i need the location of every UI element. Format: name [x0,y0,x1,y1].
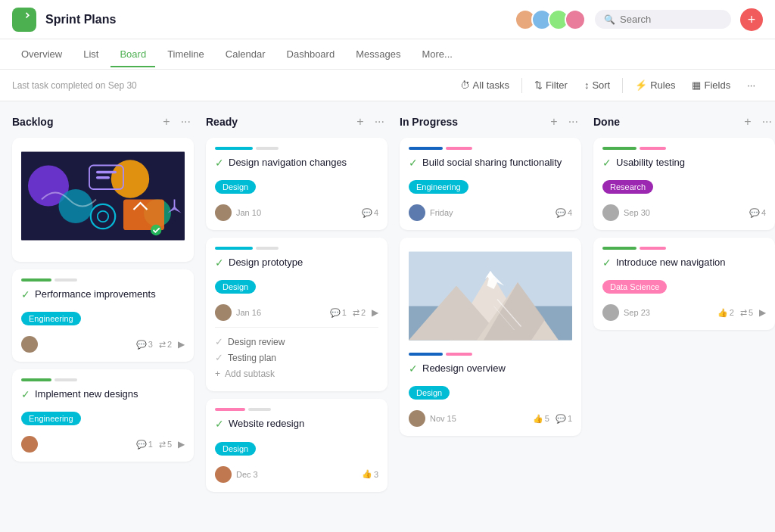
check-icon-intro-nav: ✓ [602,257,612,269]
check-icon-usability: ✓ [602,157,612,169]
subtask-icon-proto: ⇄ [353,308,359,318]
fields-btn[interactable]: ▦ Fields [684,76,738,95]
website-likes: 👍 3 [362,469,378,479]
website-footer: Dec 3 👍 3 [215,466,378,483]
done-more-btn[interactable]: ··· [759,114,775,130]
perf-comments: 💬 3 [136,340,153,350]
subtask-testing-plan: ✓ Testing plan [215,350,378,366]
add-subtask-btn[interactable]: + Add subtask [215,366,378,382]
usability-tag[interactable]: Research [602,180,653,194]
website-check: ✓ Website redesign [215,417,378,437]
design-nav-meta: 💬 4 [362,208,378,218]
subtask-check-1: ✓ [215,336,223,347]
proto-avatar [215,304,232,321]
svg-rect-6 [96,171,117,174]
intro-nav-tag[interactable]: Data Science [602,280,667,294]
subtask-icon-impl: ⇄ [159,440,166,450]
nav-more[interactable]: More... [412,42,461,67]
card-website-redesign: ✓ Website redesign Design Dec 3 👍 3 [206,399,388,491]
design-nav-avatar [215,204,232,221]
proto-subtasks-list: ✓ Design review ✓ Testing plan + Add sub… [215,327,378,382]
backlog-more-btn[interactable]: ··· [178,114,194,130]
redesign-tag[interactable]: Design [409,386,450,400]
design-nav-check: ✓ Design navigation changes [215,156,378,176]
check-icon-redesign: ✓ [409,362,418,375]
more-toolbar-btn[interactable]: ··· [739,76,763,95]
add-button[interactable]: + [740,8,763,31]
in-progress-more-btn[interactable]: ··· [565,114,581,130]
usability-check: ✓ Usability testing [602,156,766,176]
in-progress-header: In Progress + ··· [400,114,581,130]
filter-btn[interactable]: ⇅ Filter [527,76,575,95]
impl-tag[interactable]: Engineering [21,412,81,425]
impl-avatar [21,436,38,453]
proto-check: ✓ Design prototype [215,256,378,275]
toolbar-right: ⏱ All tasks ⇅ Filter ↕ Sort ⚡ Rules ▦ Fi… [453,76,763,95]
design-nav-tag[interactable]: Design [215,180,256,194]
perf-expand-btn[interactable]: ▶ [178,339,185,350]
nav-list[interactable]: List [74,42,107,67]
check-icon-impl: ✓ [21,388,30,400]
clock-icon: ⏱ [460,79,470,91]
impl-expand-btn[interactable]: ▶ [178,439,185,450]
design-nav-bar [215,147,378,150]
sort-btn[interactable]: ↕ Sort [577,76,618,95]
impl-check-row: ✓ Implement new designs [21,387,185,407]
all-tasks-btn[interactable]: ⏱ All tasks [453,76,517,95]
rules-btn[interactable]: ⚡ Rules [627,76,683,95]
card-implement: ✓ Implement new designs Engineering 💬 1 … [12,369,194,462]
mountain-image [409,247,572,345]
website-tag[interactable]: Design [215,442,256,456]
search-input[interactable] [620,14,722,25]
comment-icon-redesign: 💬 [556,414,566,424]
nav-calendar[interactable]: Calendar [216,42,275,67]
redesign-avatar [409,410,425,427]
website-title: Website redesign [229,417,304,431]
toolbar: Last task completed on Sep 30 ⏱ All task… [0,70,775,101]
search-box[interactable]: 🔍 [595,10,731,29]
proto-expand-btn[interactable]: ▶ [372,307,378,318]
subtask-label-1: Design review [228,337,285,347]
proto-tag[interactable]: Design [215,280,256,294]
column-backlog: Backlog + ··· [12,114,194,469]
impl-meta: 💬 1 ⇄ 5 ▶ [136,439,185,450]
redesign-bar [409,353,572,356]
perf-tag[interactable]: Engineering [21,312,81,325]
perf-avatar [21,336,38,353]
ready-add-btn[interactable]: + [353,114,366,130]
like-icon-website: 👍 [362,469,372,479]
perf-title: Performance improvements [35,288,156,301]
comment-icon-impl: 💬 [136,440,147,450]
like-icon-redesign: 👍 [533,414,543,424]
subtask-icon-intro-nav: ⇄ [740,308,747,318]
ready-more-btn[interactable]: ··· [372,114,388,130]
nav-board[interactable]: Board [110,42,155,67]
perf-check-row: ✓ Performance improvements [21,288,185,307]
nav-overview[interactable]: Overview [12,42,71,67]
intro-nav-expand-btn[interactable]: ▶ [759,307,766,318]
social-date: Friday [430,208,551,217]
proto-date: Jan 16 [236,308,325,317]
nav-messages[interactable]: Messages [347,42,409,67]
check-icon-perf: ✓ [21,288,30,300]
redesign-check: ✓ Redesign overview [409,362,572,381]
perf-bar [21,278,185,282]
in-progress-add-btn[interactable]: + [547,114,560,130]
header-right: 🔍 + [515,8,763,31]
website-bar [215,408,378,411]
impl-comments: 💬 1 [136,440,153,450]
social-bar [409,147,572,150]
done-title: Done [593,116,741,128]
proto-bar [215,247,378,250]
redesign-comments: 💬 1 [556,414,572,424]
subtask-label-2: Testing plan [228,353,276,363]
card-backlog-banner [12,138,194,262]
nav-timeline[interactable]: Timeline [158,42,213,67]
impl-subtasks: ⇄ 5 [159,440,172,450]
backlog-add-btn[interactable]: + [160,114,173,130]
proto-footer: Jan 16 💬 1 ⇄ 2 ▶ [215,304,378,321]
done-add-btn[interactable]: + [741,114,754,130]
social-tag[interactable]: Engineering [409,180,468,194]
nav-dashboard[interactable]: Dashboard [278,42,344,67]
backlog-title: Backlog [12,116,160,128]
